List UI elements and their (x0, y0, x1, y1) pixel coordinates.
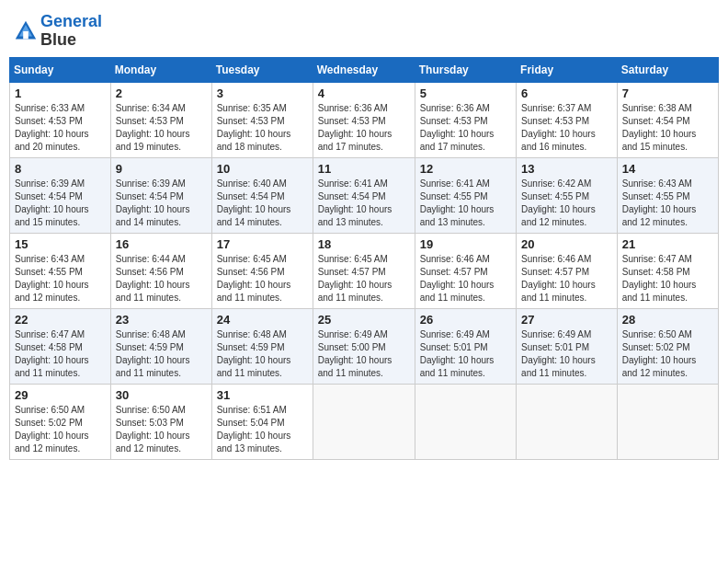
day-header-tuesday: Tuesday (211, 57, 313, 82)
calendar-cell: 6Sunrise: 6:37 AMSunset: 4:53 PMDaylight… (517, 82, 618, 157)
logo-text: General Blue (40, 13, 102, 50)
day-info: Sunrise: 6:35 AMSunset: 4:53 PMDaylight:… (217, 102, 308, 154)
day-info: Sunrise: 6:50 AMSunset: 5:02 PMDaylight:… (15, 404, 106, 455)
day-number: 13 (521, 162, 612, 176)
day-number: 6 (521, 86, 612, 100)
day-info: Sunrise: 6:49 AMSunset: 5:00 PMDaylight:… (318, 328, 410, 380)
day-info: Sunrise: 6:33 AMSunset: 4:53 PMDaylight:… (15, 102, 106, 154)
day-number: 22 (15, 313, 106, 327)
day-header-sunday: Sunday (10, 57, 111, 82)
day-header-thursday: Thursday (415, 57, 516, 82)
calendar-cell: 8Sunrise: 6:39 AMSunset: 4:54 PMDaylight… (10, 157, 111, 233)
calendar-cell (617, 384, 718, 459)
day-info: Sunrise: 6:50 AMSunset: 5:03 PMDaylight:… (116, 404, 207, 455)
day-info: Sunrise: 6:39 AMSunset: 4:54 PMDaylight:… (116, 178, 207, 229)
day-info: Sunrise: 6:46 AMSunset: 4:57 PMDaylight:… (420, 253, 511, 304)
day-number: 24 (217, 313, 308, 327)
day-info: Sunrise: 6:39 AMSunset: 4:54 PMDaylight:… (15, 178, 106, 229)
day-info: Sunrise: 6:38 AMSunset: 4:54 PMDaylight:… (622, 102, 713, 154)
calendar-cell: 3Sunrise: 6:35 AMSunset: 4:53 PMDaylight… (211, 82, 313, 157)
day-info: Sunrise: 6:48 AMSunset: 4:59 PMDaylight:… (217, 328, 308, 380)
calendar-body: 1Sunrise: 6:33 AMSunset: 4:53 PMDaylight… (10, 82, 719, 459)
calendar-cell: 22Sunrise: 6:47 AMSunset: 4:58 PMDayligh… (10, 308, 111, 384)
calendar-week-4: 22Sunrise: 6:47 AMSunset: 4:58 PMDayligh… (10, 308, 719, 384)
calendar-cell: 21Sunrise: 6:47 AMSunset: 4:58 PMDayligh… (617, 233, 718, 308)
calendar-cell: 24Sunrise: 6:48 AMSunset: 4:59 PMDayligh… (211, 308, 313, 384)
day-number: 4 (318, 86, 410, 100)
day-info: Sunrise: 6:51 AMSunset: 5:04 PMDaylight:… (217, 404, 308, 455)
day-number: 9 (116, 162, 207, 176)
calendar-cell: 26Sunrise: 6:49 AMSunset: 5:01 PMDayligh… (415, 308, 516, 384)
calendar-cell: 14Sunrise: 6:43 AMSunset: 4:55 PMDayligh… (617, 157, 718, 233)
day-info: Sunrise: 6:49 AMSunset: 5:01 PMDaylight:… (521, 328, 612, 380)
day-info: Sunrise: 6:34 AMSunset: 4:53 PMDaylight:… (116, 102, 207, 154)
calendar-cell: 29Sunrise: 6:50 AMSunset: 5:02 PMDayligh… (10, 384, 111, 459)
day-number: 28 (622, 313, 713, 327)
day-number: 26 (420, 313, 511, 327)
day-info: Sunrise: 6:45 AMSunset: 4:57 PMDaylight:… (318, 253, 410, 304)
calendar-cell: 11Sunrise: 6:41 AMSunset: 4:54 PMDayligh… (313, 157, 415, 233)
day-number: 18 (318, 237, 410, 251)
day-number: 12 (420, 162, 511, 176)
calendar-cell (415, 384, 516, 459)
day-number: 3 (217, 86, 308, 100)
day-info: Sunrise: 6:37 AMSunset: 4:53 PMDaylight:… (521, 102, 612, 154)
calendar-cell (517, 384, 618, 459)
calendar-cell: 30Sunrise: 6:50 AMSunset: 5:03 PMDayligh… (110, 384, 211, 459)
day-info: Sunrise: 6:49 AMSunset: 5:01 PMDaylight:… (420, 328, 511, 380)
svg-rect-2 (23, 31, 28, 39)
day-number: 21 (622, 237, 713, 251)
calendar-cell: 9Sunrise: 6:39 AMSunset: 4:54 PMDaylight… (110, 157, 211, 233)
day-number: 29 (15, 388, 106, 402)
calendar-cell: 23Sunrise: 6:48 AMSunset: 4:59 PMDayligh… (110, 308, 211, 384)
day-number: 20 (521, 237, 612, 251)
day-info: Sunrise: 6:48 AMSunset: 4:59 PMDaylight:… (116, 328, 207, 380)
calendar-cell: 15Sunrise: 6:43 AMSunset: 4:55 PMDayligh… (10, 233, 111, 308)
day-header-saturday: Saturday (617, 57, 718, 82)
day-number: 23 (116, 313, 207, 327)
calendar-cell (313, 384, 415, 459)
calendar-cell: 2Sunrise: 6:34 AMSunset: 4:53 PMDaylight… (110, 82, 211, 157)
calendar-cell: 17Sunrise: 6:45 AMSunset: 4:56 PMDayligh… (211, 233, 313, 308)
calendar-cell: 7Sunrise: 6:38 AMSunset: 4:54 PMDaylight… (617, 82, 718, 157)
calendar-cell: 18Sunrise: 6:45 AMSunset: 4:57 PMDayligh… (313, 233, 415, 308)
calendar-week-3: 15Sunrise: 6:43 AMSunset: 4:55 PMDayligh… (10, 233, 719, 308)
day-info: Sunrise: 6:36 AMSunset: 4:53 PMDaylight:… (318, 102, 410, 154)
calendar-cell: 13Sunrise: 6:42 AMSunset: 4:55 PMDayligh… (517, 157, 618, 233)
day-info: Sunrise: 6:42 AMSunset: 4:55 PMDaylight:… (521, 178, 612, 229)
logo: General Blue (13, 13, 102, 50)
day-number: 8 (15, 162, 106, 176)
calendar-week-2: 8Sunrise: 6:39 AMSunset: 4:54 PMDaylight… (10, 157, 719, 233)
day-info: Sunrise: 6:47 AMSunset: 4:58 PMDaylight:… (622, 253, 713, 304)
day-header-monday: Monday (110, 57, 211, 82)
day-number: 11 (318, 162, 410, 176)
day-header-wednesday: Wednesday (313, 57, 415, 82)
calendar-cell: 20Sunrise: 6:46 AMSunset: 4:57 PMDayligh… (517, 233, 618, 308)
calendar-cell: 27Sunrise: 6:49 AMSunset: 5:01 PMDayligh… (517, 308, 618, 384)
day-number: 5 (420, 86, 511, 100)
day-info: Sunrise: 6:40 AMSunset: 4:54 PMDaylight:… (217, 178, 308, 229)
day-number: 15 (15, 237, 106, 251)
day-info: Sunrise: 6:46 AMSunset: 4:57 PMDaylight:… (521, 253, 612, 304)
day-number: 27 (521, 313, 612, 327)
day-number: 17 (217, 237, 308, 251)
day-number: 31 (217, 388, 308, 402)
day-info: Sunrise: 6:43 AMSunset: 4:55 PMDaylight:… (622, 178, 713, 229)
calendar: SundayMondayTuesdayWednesdayThursdayFrid… (9, 57, 719, 460)
day-number: 16 (116, 237, 207, 251)
day-info: Sunrise: 6:45 AMSunset: 4:56 PMDaylight:… (217, 253, 308, 304)
calendar-cell: 12Sunrise: 6:41 AMSunset: 4:55 PMDayligh… (415, 157, 516, 233)
day-info: Sunrise: 6:44 AMSunset: 4:56 PMDaylight:… (116, 253, 207, 304)
day-number: 7 (622, 86, 713, 100)
day-info: Sunrise: 6:43 AMSunset: 4:55 PMDaylight:… (15, 253, 106, 304)
day-info: Sunrise: 6:36 AMSunset: 4:53 PMDaylight:… (420, 102, 511, 154)
calendar-cell: 16Sunrise: 6:44 AMSunset: 4:56 PMDayligh… (110, 233, 211, 308)
calendar-week-5: 29Sunrise: 6:50 AMSunset: 5:02 PMDayligh… (10, 384, 719, 459)
day-number: 2 (116, 86, 207, 100)
calendar-cell: 28Sunrise: 6:50 AMSunset: 5:02 PMDayligh… (617, 308, 718, 384)
calendar-cell: 5Sunrise: 6:36 AMSunset: 4:53 PMDaylight… (415, 82, 516, 157)
calendar-cell: 19Sunrise: 6:46 AMSunset: 4:57 PMDayligh… (415, 233, 516, 308)
calendar-cell: 10Sunrise: 6:40 AMSunset: 4:54 PMDayligh… (211, 157, 313, 233)
day-number: 25 (318, 313, 410, 327)
calendar-cell: 4Sunrise: 6:36 AMSunset: 4:53 PMDaylight… (313, 82, 415, 157)
